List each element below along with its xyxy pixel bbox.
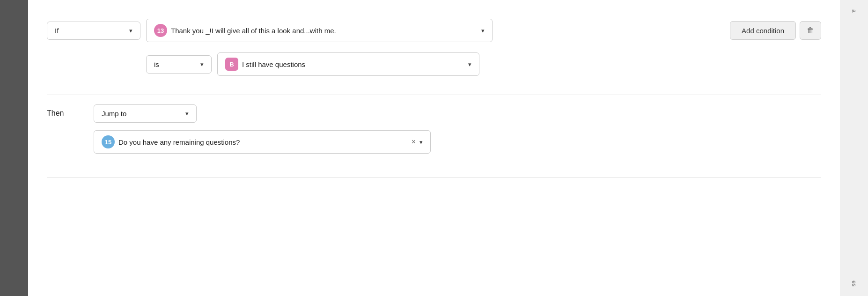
- target-question-dropdown[interactable]: 15 Do you have any remaining questions? …: [94, 130, 431, 154]
- question-text: Thank you _!I will give all of this a lo…: [171, 27, 478, 35]
- answer-text: I still have questions: [242, 60, 305, 68]
- close-icon[interactable]: ×: [412, 138, 416, 146]
- main-content: If ▾ 13 Thank you _!I will give all of t…: [28, 0, 840, 296]
- question-badge: 13: [154, 24, 167, 37]
- is-label: is: [154, 60, 159, 68]
- sidebar-right-text-1: a: [851, 9, 857, 13]
- answer-chevron-icon: ▾: [468, 61, 471, 68]
- is-dropdown[interactable]: is ▾: [146, 55, 212, 74]
- then-label: Then: [47, 104, 84, 118]
- then-controls: Jump to ▾ 15 Do you have any remaining q…: [94, 104, 431, 154]
- jump-to-dropdown[interactable]: Jump to ▾: [94, 104, 197, 123]
- if-section: If ▾ 13 Thank you _!I will give all of t…: [47, 9, 821, 90]
- if-dropdown[interactable]: If ▾: [47, 22, 140, 40]
- jump-to-label: Jump to: [102, 110, 126, 118]
- is-chevron-icon: ▾: [200, 61, 204, 68]
- if-chevron-icon: ▾: [129, 27, 132, 34]
- target-chevron-icon: ▾: [419, 139, 423, 146]
- bottom-divider: [47, 177, 821, 178]
- sidebar-left: [0, 0, 28, 296]
- condition-row: is ▾ B I still have questions ▾: [47, 52, 821, 76]
- if-label: If: [55, 27, 59, 35]
- answer-content: B I still have questions: [225, 58, 464, 71]
- target-badge: 15: [102, 135, 115, 148]
- delete-button[interactable]: 🗑: [800, 21, 821, 40]
- then-section: Then Jump to ▾ 15 Do you have any remain…: [47, 104, 821, 168]
- answer-dropdown[interactable]: B I still have questions ▾: [217, 52, 479, 76]
- add-condition-button[interactable]: Add condition: [730, 21, 796, 40]
- sidebar-right-text-2: es: [851, 281, 857, 287]
- question-dropdown[interactable]: 13 Thank you _!I will give all of this a…: [146, 19, 493, 42]
- section-divider: [47, 95, 821, 95]
- header-actions: Add condition 🗑: [730, 21, 821, 40]
- then-row: Then Jump to ▾ 15 Do you have any remain…: [47, 104, 821, 154]
- question-chevron-icon: ▾: [481, 27, 485, 34]
- answer-badge: B: [225, 58, 238, 71]
- if-header-row: If ▾ 13 Thank you _!I will give all of t…: [47, 19, 821, 47]
- jump-to-chevron-icon: ▾: [185, 110, 189, 117]
- sidebar-right: a es: [840, 0, 868, 296]
- trash-icon: 🗑: [807, 26, 814, 35]
- target-question-text: Do you have any remaining questions?: [118, 138, 406, 146]
